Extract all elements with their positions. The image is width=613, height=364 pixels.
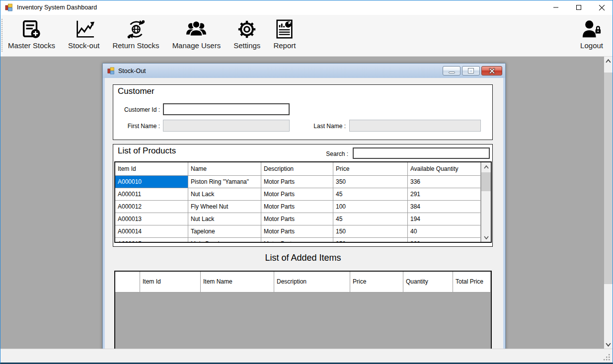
scroll-up-icon[interactable] (604, 57, 613, 65)
products-grid-cell[interactable]: 150 (333, 225, 408, 237)
products-grid-cell[interactable]: 336 (408, 176, 481, 188)
added-items-row-header[interactable] (115, 272, 140, 292)
toolbar-item-stock-out[interactable]: Stock-out (68, 18, 99, 50)
toolbar-label: Report (273, 41, 296, 50)
close-button[interactable] (590, 0, 613, 15)
products-grid-cell[interactable]: A000013 (115, 213, 188, 225)
products-grid-cell[interactable]: Main Bearing (188, 238, 261, 242)
products-grid-cell[interactable]: Nut Lack (188, 188, 261, 200)
products-grid-cell[interactable]: Motor Parts (261, 176, 333, 188)
main-titlebar[interactable]: Inventory System Dashboard (0, 0, 613, 15)
products-column-header[interactable]: Name (188, 162, 261, 175)
customer-id-input[interactable] (163, 103, 290, 115)
products-grid-cell[interactable]: Nut Lack (188, 213, 261, 225)
scroll-up-icon[interactable] (481, 162, 491, 171)
winforms-app-icon (5, 3, 13, 11)
products-grid-cell[interactable]: 40 (408, 225, 481, 237)
toolbar-item-report[interactable]: Report (273, 18, 296, 50)
child-minimize-button[interactable] (443, 66, 460, 75)
maximize-button[interactable] (567, 0, 590, 15)
scroll-down-icon[interactable] (481, 233, 491, 242)
toolbar-item-master-stocks[interactable]: Master Stocks (8, 18, 55, 50)
stock-out-window: Stock-Out Customer Customer (102, 63, 506, 349)
added-items-column-header[interactable]: Item Name (201, 272, 274, 292)
added-items-column-header[interactable]: Price (350, 272, 403, 292)
products-grid-cell[interactable]: 100 (333, 201, 408, 213)
products-grid-cell[interactable]: 350 (333, 176, 408, 188)
toolbar-label: Settings (233, 41, 260, 50)
products-column-header[interactable]: Item Id (115, 162, 188, 175)
products-grid-row[interactable]: A000011Nut LackMotor Parts45291 (115, 188, 491, 201)
products-grid-cell[interactable]: 45 (333, 213, 408, 225)
products-grid-cell[interactable]: Motor Parts (261, 225, 333, 237)
toolbar-item-return-stocks[interactable]: Return Stocks (112, 18, 159, 50)
products-column-header[interactable]: Description (261, 162, 333, 175)
logout-user-lock-icon (581, 18, 603, 41)
products-grid-scrollbar[interactable] (481, 162, 491, 242)
toolbar-grip[interactable] (1, 19, 2, 53)
stock-out-titlebar[interactable]: Stock-Out (103, 64, 505, 78)
products-column-header[interactable]: Price (333, 162, 408, 175)
products-grid-cell[interactable]: Motor Parts (261, 188, 333, 200)
scrollbar-thumb[interactable] (481, 172, 491, 191)
stock-out-chart-icon (73, 18, 95, 41)
report-document-icon (274, 18, 296, 41)
products-grid-cell[interactable]: 350 (333, 238, 408, 242)
products-grid-cell[interactable]: A000015 (115, 238, 188, 242)
main-window: Inventory System Dashboard (0, 0, 613, 364)
status-bar (0, 349, 613, 363)
child-close-button[interactable] (481, 66, 502, 75)
products-groupbox: List of Products Search : Item IdNameDes… (113, 144, 493, 247)
products-grid-cell[interactable]: A000012 (115, 201, 188, 213)
minimize-icon (553, 4, 559, 10)
products-grid-row[interactable]: A000010Piston Ring "Yamana"Motor Parts35… (115, 176, 491, 188)
products-grid-body: A000010Piston Ring "Yamana"Motor Parts35… (115, 176, 491, 242)
products-grid-cell[interactable]: Motor Parts (261, 213, 333, 225)
customer-id-label: Customer Id : (115, 106, 160, 113)
products-grid: Item IdNameDescriptionPriceAvailable Qua… (114, 161, 492, 243)
search-label: Search : (309, 150, 348, 157)
products-grid-cell[interactable]: Tapelone (188, 225, 261, 237)
close-icon (599, 4, 605, 11)
scrollbar-thumb[interactable] (604, 73, 613, 284)
added-items-column-header[interactable]: Quantity (403, 272, 453, 292)
toolbar-item-manage-users[interactable]: Manage Users (172, 18, 221, 50)
toolbar-item-settings[interactable]: Settings (233, 18, 260, 50)
products-grid-cell[interactable]: Fly Wheel Nut (188, 201, 261, 213)
scroll-down-icon[interactable] (604, 340, 613, 349)
toolbar-item-logout[interactable]: Logout (580, 18, 603, 50)
products-grid-row[interactable]: A000014TapeloneMotor Parts15040 (115, 225, 491, 238)
products-grid-cell[interactable]: 45 (333, 188, 408, 200)
added-items-grid: Item IdItem NameDescriptionPriceQuantity… (114, 271, 492, 349)
products-grid-row[interactable]: A000013Nut LackMotor Parts45194 (115, 213, 491, 225)
toolbar-label: Manage Users (172, 41, 221, 50)
master-stocks-icon (21, 18, 43, 41)
products-grid-cell[interactable]: 300 (408, 238, 481, 242)
added-items-column-header[interactable]: Description (274, 272, 350, 292)
products-grid-header: Item IdNameDescriptionPriceAvailable Qua… (115, 162, 491, 176)
stock-out-title: Stock-Out (118, 68, 146, 74)
products-column-header[interactable]: Available Quantity (408, 162, 481, 175)
products-grid-cell[interactable]: A000014 (115, 225, 188, 237)
added-items-column-header[interactable]: Item Id (140, 272, 201, 292)
products-grid-row[interactable]: A000015Main BearingMotor Parts350300 (115, 238, 491, 242)
products-grid-cell[interactable]: Motor Parts (261, 201, 333, 213)
last-name-label: Last Name : (303, 123, 346, 130)
resize-grip-icon[interactable] (604, 354, 611, 361)
products-grid-cell[interactable]: Piston Ring "Yamana" (188, 176, 261, 188)
maximize-icon (576, 4, 582, 10)
mdi-vertical-scrollbar[interactable] (604, 57, 613, 349)
products-grid-cell[interactable]: A000010 (115, 176, 188, 188)
products-grid-cell[interactable]: 291 (408, 188, 481, 200)
manage-users-icon (185, 18, 208, 41)
first-name-input (163, 120, 290, 132)
products-grid-cell[interactable]: Motor Parts (261, 238, 333, 242)
products-grid-cell[interactable]: A000011 (115, 188, 188, 200)
products-grid-row[interactable]: A000012Fly Wheel NutMotor Parts100384 (115, 201, 491, 213)
child-maximize-button[interactable] (462, 66, 480, 75)
products-grid-cell[interactable]: 384 (408, 201, 481, 213)
search-input[interactable] (353, 147, 490, 159)
minimize-button[interactable] (544, 0, 567, 15)
products-grid-cell[interactable]: 194 (408, 213, 481, 225)
added-items-column-header[interactable]: Total Price (453, 272, 491, 292)
